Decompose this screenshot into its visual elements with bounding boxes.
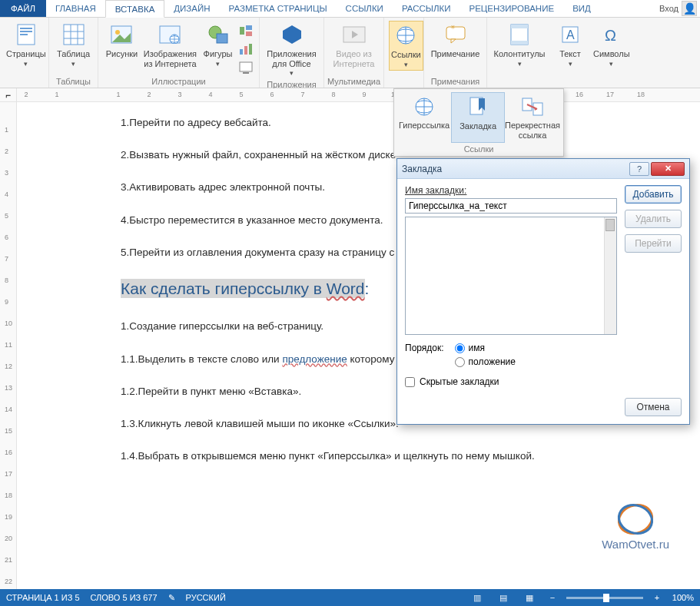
tab-review[interactable]: РЕЦЕНЗИРОВАНИЕ bbox=[460, 0, 564, 17]
smartart-button[interactable] bbox=[237, 22, 254, 39]
svg-rect-22 bbox=[243, 72, 249, 74]
svg-text:A: A bbox=[566, 28, 575, 41]
illustrations-mini bbox=[237, 21, 254, 76]
zoom-value[interactable]: 100% bbox=[672, 593, 694, 602]
svg-rect-31 bbox=[511, 25, 528, 28]
text-button[interactable]: A Текст▾ bbox=[556, 21, 584, 69]
doc-line: 1.4.Выбрать в открывшемся меню пункт «Ги… bbox=[121, 449, 651, 463]
svg-rect-4 bbox=[64, 25, 84, 45]
dropdown-bookmark[interactable]: Закладка bbox=[451, 92, 505, 143]
hidden-checkbox[interactable]: Скрытые закладки bbox=[405, 376, 617, 387]
ruler-horizontal: ⌐ 21123456789101112131415161718 bbox=[0, 88, 700, 102]
cancel-button[interactable]: Отмена bbox=[625, 398, 682, 416]
dialog-titlebar[interactable]: Закладка ? ✕ bbox=[397, 159, 689, 179]
ruler-corner[interactable]: ⌐ bbox=[0, 88, 17, 101]
links-dropdown: Гиперссылка Закладка Перекрестная ссылка… bbox=[393, 88, 564, 157]
status-lang[interactable]: РУССКИЙ bbox=[186, 593, 226, 602]
svg-text:✳: ✳ bbox=[450, 25, 456, 31]
dialog-title: Закладка bbox=[402, 164, 442, 174]
order-pos-radio[interactable]: положение bbox=[455, 356, 516, 367]
tab-mailings[interactable]: РАССЫЛКИ bbox=[393, 0, 460, 17]
shapes-button[interactable]: Фигуры▾ bbox=[200, 21, 236, 69]
tab-insert[interactable]: ВСТАВКА bbox=[105, 0, 165, 18]
doc-line: 1.Перейти по адресу вебсайта. bbox=[121, 116, 651, 130]
symbols-icon: Ω bbox=[599, 22, 624, 47]
tab-home[interactable]: ГЛАВНАЯ bbox=[46, 0, 105, 17]
dropdown-crossref[interactable]: Перекрестная ссылка bbox=[505, 92, 560, 143]
svg-rect-19 bbox=[244, 46, 247, 55]
tab-references[interactable]: ССЫЛКИ bbox=[337, 0, 393, 17]
screenshot-button[interactable] bbox=[237, 59, 254, 76]
bookmark-icon bbox=[466, 96, 489, 119]
scrollbar[interactable] bbox=[604, 217, 616, 334]
bookmark-name-input[interactable] bbox=[405, 198, 617, 214]
crossref-icon bbox=[521, 95, 544, 118]
svg-rect-16 bbox=[246, 25, 252, 30]
dropdown-hyperlink[interactable]: Гиперссылка bbox=[397, 92, 451, 143]
svg-rect-20 bbox=[249, 44, 252, 55]
add-button[interactable]: Добавить bbox=[625, 185, 682, 204]
svg-rect-3 bbox=[20, 34, 28, 35]
online-video-button[interactable]: Видео из Интернета bbox=[329, 21, 379, 70]
globe-icon bbox=[413, 95, 436, 118]
bookmark-list[interactable] bbox=[405, 217, 617, 335]
login-area[interactable]: Вход 👤 bbox=[659, 0, 700, 17]
name-label: Имя закладки: bbox=[405, 185, 617, 196]
pages-button[interactable]: Страницы▾ bbox=[5, 21, 48, 69]
view-web-icon[interactable]: ▦ bbox=[522, 591, 537, 604]
group-media-label: Мультимедиа bbox=[324, 76, 383, 88]
comment-icon: ✳ bbox=[443, 22, 468, 47]
help-button[interactable]: ? bbox=[629, 162, 649, 176]
svg-rect-32 bbox=[511, 41, 528, 45]
svg-rect-27 bbox=[446, 27, 465, 39]
close-button[interactable]: ✕ bbox=[651, 162, 685, 176]
tab-view[interactable]: ВИД bbox=[563, 0, 600, 17]
ribbon: Страницы▾ Таблица▾ Таблицы Рисунки Изобр… bbox=[0, 18, 700, 88]
svg-rect-2 bbox=[20, 31, 32, 32]
view-read-icon[interactable]: ▥ bbox=[469, 591, 485, 604]
watermark: WamOtvet.ru bbox=[602, 502, 669, 551]
svg-rect-18 bbox=[240, 49, 243, 55]
links-button[interactable]: Ссылки▾ bbox=[389, 21, 423, 71]
table-icon bbox=[61, 22, 86, 47]
apps-icon bbox=[280, 22, 304, 47]
order-name-radio[interactable]: имя bbox=[455, 343, 516, 353]
tab-file[interactable]: ФАЙЛ bbox=[0, 0, 46, 17]
pictures-button[interactable]: Рисунки bbox=[103, 21, 141, 61]
shapes-icon bbox=[206, 22, 231, 47]
group-tables-label: Таблицы bbox=[49, 76, 98, 88]
pictures-icon bbox=[109, 22, 134, 47]
status-proof-icon[interactable]: ✎ bbox=[168, 593, 175, 603]
order-label: Порядок: bbox=[405, 343, 444, 353]
group-comments-label: Примечания bbox=[424, 76, 486, 88]
bookmark-dialog: Закладка ? ✕ Имя закладки: Порядок: имя … bbox=[396, 158, 690, 425]
avatar-icon: 👤 bbox=[682, 1, 697, 16]
svg-rect-17 bbox=[246, 31, 252, 36]
delete-button[interactable]: Удалить bbox=[625, 210, 682, 228]
svg-rect-14 bbox=[217, 34, 227, 43]
status-page[interactable]: СТРАНИЦА 1 ИЗ 5 bbox=[6, 593, 80, 602]
svg-text:Ω: Ω bbox=[605, 27, 616, 44]
login-label: Вход bbox=[659, 4, 678, 13]
svg-point-37 bbox=[615, 502, 656, 536]
tab-design[interactable]: ДИЗАЙН bbox=[164, 0, 219, 17]
chart-button[interactable] bbox=[237, 41, 254, 58]
svg-point-36 bbox=[615, 502, 656, 536]
goto-button[interactable]: Перейти bbox=[625, 234, 682, 253]
status-words[interactable]: СЛОВО 5 ИЗ 677 bbox=[91, 593, 158, 602]
zoom-out-button[interactable]: − bbox=[548, 593, 557, 602]
svg-rect-1 bbox=[20, 28, 32, 29]
apps-button[interactable]: Приложения для Office▾ bbox=[264, 21, 319, 79]
view-print-icon[interactable]: ▤ bbox=[496, 591, 511, 604]
video-icon bbox=[342, 22, 367, 47]
tab-layout[interactable]: РАЗМЕТКА СТРАНИЦЫ bbox=[220, 0, 337, 17]
headerfooter-button[interactable]: Колонтитулы▾ bbox=[492, 21, 547, 69]
online-pictures-icon bbox=[158, 22, 182, 47]
zoom-slider[interactable] bbox=[566, 597, 643, 599]
zoom-in-button[interactable]: + bbox=[652, 593, 662, 602]
comment-button[interactable]: ✳ Примечание bbox=[429, 21, 482, 61]
symbols-button[interactable]: Ω Символы▾ bbox=[592, 21, 632, 69]
online-pictures-button[interactable]: Изображения из Интернета bbox=[142, 21, 198, 70]
table-button[interactable]: Таблица▾ bbox=[54, 21, 93, 69]
links-icon bbox=[393, 23, 418, 48]
